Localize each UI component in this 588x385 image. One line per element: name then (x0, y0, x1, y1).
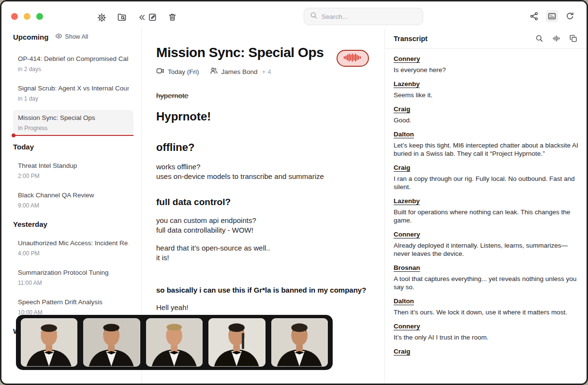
speaker-name[interactable]: Lazenby (394, 197, 579, 205)
record-button[interactable] (337, 50, 369, 67)
actor-photo-lazenby (83, 318, 140, 367)
speaker-text: Already deployed it internally. Listens,… (394, 241, 579, 258)
settings-button[interactable] (96, 12, 108, 24)
speaker-name[interactable]: Dalton (394, 131, 579, 138)
chevrons-left-icon (137, 13, 146, 22)
transcript-search-button[interactable] (534, 33, 545, 44)
folder-search-button[interactable] (116, 11, 128, 24)
refresh-button[interactable] (564, 10, 576, 22)
collapse-sidebar-button[interactable] (136, 12, 147, 23)
sidebar-item-mission-sync[interactable]: Mission Sync: Special Ops In Progress (13, 110, 133, 136)
strikethrough-line: hypernote (156, 91, 369, 100)
note-paragraph-line: heard that it’s open-source as well.. (156, 243, 369, 253)
note-title: Summarization Protocol Tuning (18, 269, 129, 276)
speaker-text: Let’s keep this tight. MI6 intercepted c… (394, 141, 579, 158)
transcript-entry: Craig (394, 348, 579, 355)
transcript-entry: Brosnan A tool that captures everything.… (394, 264, 579, 291)
note-paragraph-line: uses on-device models to transcribe and … (156, 172, 369, 181)
global-search[interactable] (304, 8, 423, 25)
sidebar-section-today: Today (13, 143, 133, 151)
note-time: 4:00 PM (18, 250, 129, 257)
transcript-entry: Lazenby Built for operations where nothi… (394, 197, 579, 224)
app-window: Upcoming Show All OP-414: Debrief on Com… (0, 0, 588, 385)
sidebar-item-threat-intel[interactable]: Threat Intel Standup 2:00 PM (13, 158, 133, 184)
transcript-panel: Transcript (384, 29, 587, 385)
note-title: Unauthorized Mic Access: Incident Re... (18, 239, 129, 247)
note-answer: Hell yeah! (156, 303, 369, 311)
speaker-text: Good. (394, 116, 579, 124)
note-heading-2: offline? (156, 141, 369, 154)
attendee-name: James Bond (221, 68, 258, 75)
speaker-text: Is everyone here? (394, 66, 579, 74)
gear-icon (97, 13, 106, 22)
edit-icon (148, 13, 157, 22)
meeting-date-chip[interactable]: Today (Fri) (156, 67, 199, 76)
transcript-copy-button[interactable] (568, 33, 579, 44)
note-paragraph-line: you can custom api endpoints? (156, 216, 369, 225)
actor-photo-dalton (271, 318, 328, 367)
sidebar-item-signal-scrub[interactable]: Signal Scrub: Agent X vs Internal Coun..… (13, 80, 133, 106)
transcript-entry: Craig I ran a copy through our rig. Full… (394, 164, 579, 191)
attendee-extra-count: + 4 (262, 68, 271, 75)
note-heading-3: full data control? (156, 197, 369, 207)
note-title: Speech Pattern Drift Analysis (18, 298, 129, 306)
search-icon (310, 12, 318, 21)
search-input[interactable] (322, 13, 417, 20)
speaker-text: It’s the only AI I trust in the room. (394, 333, 579, 341)
note-paragraph-line: works offline? (156, 162, 369, 172)
actor-photo-connery (21, 318, 77, 367)
transcript-entry: Craig Good. (394, 105, 579, 124)
sidebar-item-unauthorized-mic[interactable]: Unauthorized Mic Access: Incident Re... … (13, 235, 133, 261)
sidebar-section-upcoming: Upcoming (13, 33, 48, 41)
speaker-name[interactable]: Lazenby (394, 80, 579, 88)
note-title: Threat Intel Standup (18, 162, 129, 169)
zoom-window-button[interactable] (36, 13, 43, 20)
speaker-name[interactable]: Dalton (394, 297, 579, 305)
show-all-label: Show All (65, 33, 88, 40)
actor-photo-brosnan (208, 318, 265, 367)
note-paragraph-line: full data controllability - WOW! (156, 225, 369, 235)
copy-icon (569, 34, 577, 43)
transcript-entry: Lazenby Seems like it. (394, 80, 579, 99)
transcript-entry: Dalton Then it’s ours. We lock it down, … (394, 297, 579, 316)
sidebar-item-summarization-protocol[interactable]: Summarization Protocol Tuning 11:00 AM (13, 265, 133, 291)
speaker-name[interactable]: Connery (394, 231, 579, 238)
note-time: 9:00 AM (18, 202, 129, 209)
attendees-chip[interactable]: James Bond + 4 (210, 67, 271, 76)
note-heading-1: Hyprnote! (156, 110, 369, 123)
note-subtitle: in 2 days (18, 66, 129, 73)
sidebar-item-black-channel[interactable]: Black Channel QA Review 9:00 AM (13, 187, 133, 213)
speaker-name[interactable]: Brosnan (394, 264, 579, 271)
speaker-text: I ran a copy through our rig. Fully loca… (394, 175, 579, 191)
share-button[interactable] (528, 10, 540, 22)
speaker-text: Then it’s ours. We lock it down, use it … (394, 308, 579, 316)
recording-progress-bar (13, 135, 133, 136)
note-subtitle: in 1 day (18, 95, 129, 102)
delete-note-button[interactable] (166, 11, 178, 23)
widget-panel-button[interactable] (546, 10, 558, 22)
speaker-name[interactable]: Craig (394, 105, 579, 113)
transcript-audio-button[interactable] (551, 33, 562, 44)
minimize-window-button[interactable] (24, 13, 30, 20)
note-time: 11:00 AM (18, 280, 129, 286)
sidebar-item-op414[interactable]: OP-414: Debrief on Compromised Call in 2… (13, 51, 133, 77)
waveform-icon (343, 52, 363, 64)
refresh-sparkle-icon (565, 12, 574, 21)
new-note-button[interactable] (147, 11, 159, 23)
note-status: In Progress (18, 125, 129, 132)
note-title: Mission Sync: Special Ops (18, 114, 129, 121)
sidebar-section-yesterday: Yesterday (13, 220, 133, 228)
meeting-date-label: Today (Fri) (168, 68, 199, 75)
close-window-button[interactable] (11, 13, 18, 20)
speaker-name[interactable]: Craig (394, 348, 579, 355)
speaker-name[interactable]: Craig (394, 164, 579, 171)
video-camera-icon (156, 67, 164, 76)
speaker-name[interactable]: Connery (394, 323, 579, 330)
share-icon (529, 12, 539, 21)
note-time: 2:00 PM (18, 173, 129, 179)
transcript-list[interactable]: Connery Is everyone here? Lazenby Seems … (385, 49, 587, 358)
show-all-button[interactable]: Show All (55, 32, 88, 41)
note-title: Black Channel QA Review (18, 192, 129, 199)
note-content[interactable]: hypernote Hyprnote! offline? works offli… (156, 91, 369, 311)
speaker-name[interactable]: Connery (394, 55, 579, 62)
